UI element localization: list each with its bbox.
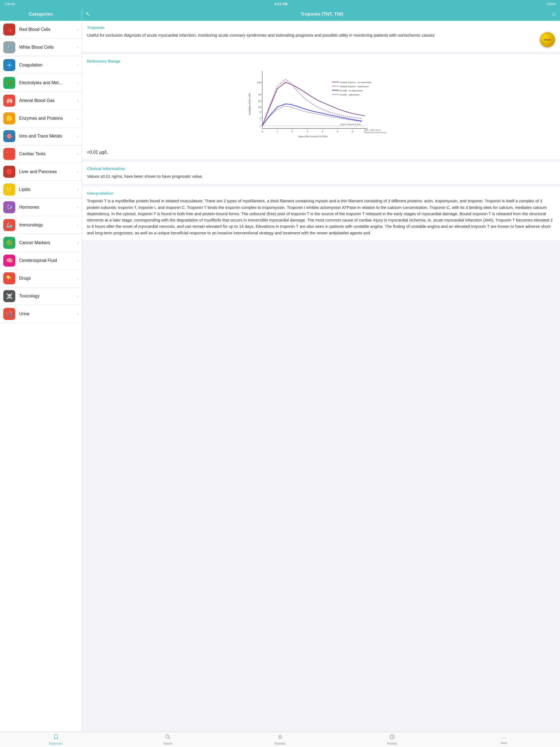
sidebar-label-cardiac-tests: Cardiac Tests [19, 152, 77, 156]
detail-content: Troponin Useful for exclusion diagnosis … [82, 21, 560, 732]
recents-icon [389, 734, 395, 740]
svg-text:50: 50 [258, 93, 261, 96]
sidebar-label-hormones: Hormones [19, 205, 77, 210]
tab-more[interactable]: ··· More [448, 732, 560, 747]
sidebar-label-toxicology: Toxicology [19, 294, 77, 299]
tab-bar: Bookmarks Search Favorites Recents ··· M… [0, 732, 560, 747]
reference-range-block: Reference Range 1 2 5 10 [82, 54, 560, 159]
svg-text:URL = 99th %ile of: URL = 99th %ile of [365, 129, 381, 131]
sidebar-item-white-blood-cells[interactable]: ⚙️ White Blood Cells › [0, 38, 82, 56]
sidebar-label-red-blood-cells: Red Blood Cells [19, 27, 77, 32]
chevron-icon-arterial-blood-gas: › [77, 98, 78, 103]
sidebar-icon-lipids: 💛 [3, 183, 15, 196]
sidebar-icon-enzymes-proteins: 🟡 [3, 112, 15, 124]
time-label: 4:31 PM [274, 2, 288, 6]
sidebar-item-toxicology[interactable]: ☠️ Toxicology › [0, 287, 82, 305]
sidebar-list: 🩸 Red Blood Cells › ⚙️ White Blood Cells… [0, 21, 82, 732]
sidebar-item-cardiac-tests[interactable]: ❤️ Cardiac Tests › [0, 145, 82, 163]
sidebar-item-enzymes-proteins[interactable]: 🟡 Enzymes and Proteins › [0, 110, 82, 127]
interpretation-title: Interpretation [87, 191, 555, 196]
back-button[interactable]: ↖ [85, 11, 90, 18]
sidebar-item-hormones[interactable]: 🔮 Hormones › [0, 199, 82, 216]
svg-text:3: 3 [307, 130, 308, 133]
clinical-info-text: Values ≥0.01 ng/mL have been shown to ha… [87, 173, 555, 179]
svg-text:2: 2 [259, 117, 261, 120]
svg-text:1: 1 [276, 130, 278, 133]
sidebar-icon-drugs: 💊 [3, 272, 15, 284]
tab-search[interactable]: Search [112, 732, 224, 747]
svg-text:4: 4 [322, 130, 323, 133]
clinical-info-title: Clinical Information [87, 166, 555, 171]
sidebar-label-white-blood-cells: White Blood Cells [19, 45, 77, 50]
sidebar-title: Categories [29, 11, 53, 17]
app-container: Categories 🩸 Red Blood Cells › ⚙️ White … [0, 8, 560, 732]
tab-icon-favorites [277, 734, 283, 741]
tab-label-recents: Recents [387, 742, 397, 745]
chevron-icon-lipids: › [77, 187, 78, 192]
sidebar-item-urine[interactable]: 🩺 Urine › [0, 305, 82, 323]
svg-text:Multiples of the URL: Multiples of the URL [248, 93, 251, 115]
svg-text:Cardiac troponin - reperfusion: Cardiac troponin - reperfusion [339, 85, 368, 88]
sidebar-label-liver-pancreas: Liver and Pancreas [19, 169, 77, 174]
svg-text:20: 20 [258, 100, 261, 103]
intro-section-title: Troponin [87, 25, 555, 30]
svg-text:100: 100 [257, 81, 261, 84]
chevron-icon-toxicology: › [77, 294, 78, 298]
battery-label: 100% [546, 2, 556, 6]
svg-text:1: 1 [259, 125, 261, 127]
sidebar-label-ions-trace-metals: Ions and Trace Metals [19, 134, 77, 138]
sidebar-icon-toxicology: ☠️ [3, 290, 15, 302]
svg-text:Reference Control Group: Reference Control Group [365, 131, 386, 134]
svg-text:CK-MB - reperfusion: CK-MB - reperfusion [339, 94, 360, 96]
chevron-icon-immunology: › [77, 223, 78, 227]
tab-bookmarks[interactable]: Bookmarks [0, 732, 112, 747]
sidebar-item-csf[interactable]: 🧠 Cerebrospinal Fluid › [0, 252, 82, 269]
sidebar-item-arterial-blood-gas[interactable]: 🫁 Arterial Blood Gas › [0, 92, 82, 110]
tab-label-search: Search [164, 742, 173, 745]
sidebar-icon-immunology: 🦾 [3, 219, 15, 231]
sidebar-item-red-blood-cells[interactable]: 🩸 Red Blood Cells › [0, 21, 82, 38]
svg-text:CK-MB - no reperfusion: CK-MB - no reperfusion [339, 89, 362, 92]
search-icon [165, 734, 171, 740]
chevron-icon-hormones: › [77, 205, 78, 209]
chevron-icon-csf: › [77, 258, 78, 263]
tab-label-bookmarks: Bookmarks [49, 742, 63, 745]
sidebar-item-drugs[interactable]: 💊 Drugs › [0, 269, 82, 287]
sidebar-item-coagulation[interactable]: 💠 Coagulation › [0, 56, 82, 74]
chevron-icon-red-blood-cells: › [77, 27, 78, 32]
sidebar-item-cancer-markers[interactable]: 🟢 Cancer Markers › [0, 234, 82, 252]
tab-recents[interactable]: Recents [336, 732, 448, 747]
status-bar: Carrier 4:31 PM 100% [0, 0, 560, 8]
svg-text:6: 6 [352, 130, 353, 133]
intro-text: Useful for exclusion diagnosis of acute … [87, 32, 536, 38]
sidebar-label-coagulation: Coagulation [19, 62, 77, 68]
sidebar-item-liver-pancreas[interactable]: 🔴 Liver and Pancreas › [0, 163, 82, 181]
sidebar-item-immunology[interactable]: 🦾 Immunology › [0, 216, 82, 234]
tab-favorites[interactable]: Favorites [224, 732, 336, 747]
sidebar-icon-cardiac-tests: ❤️ [3, 148, 15, 160]
reference-value: <0.01 µg/L [87, 150, 555, 155]
sidebar-item-ions-trace-metals[interactable]: 🎯 Ions and Trace Metals › [0, 127, 82, 145]
tab-icon-search [165, 734, 171, 741]
carrier-label: Carrier [4, 2, 15, 6]
interpretation-text: Troponin T is a myofibrillar protein fou… [87, 198, 555, 236]
sidebar-label-csf: Cerebrospinal Fluid [19, 258, 77, 263]
sidebar-label-electrolytes: Electrolytes and Met... [19, 80, 77, 85]
sidebar-item-electrolytes[interactable]: 🌿 Electrolytes and Met... › [0, 74, 82, 92]
favorites-icon [277, 734, 283, 740]
svg-text:2: 2 [291, 130, 293, 133]
chevron-icon-white-blood-cells: › [77, 45, 78, 50]
tab-icon-more: ··· [501, 735, 507, 741]
svg-text:Upper reference limit: Upper reference limit [340, 123, 361, 126]
sidebar-item-lipids[interactable]: 💛 Lipids › [0, 181, 82, 199]
tab-label-more: More [501, 742, 507, 745]
svg-line-49 [392, 737, 393, 738]
sidebar: Categories 🩸 Red Blood Cells › ⚙️ White … [0, 8, 82, 732]
favorite-button[interactable]: ☆ [551, 11, 557, 18]
detail-header: ↖ Troponin (TNT, TNI) ☆ [82, 8, 560, 21]
sidebar-icon-white-blood-cells: ⚙️ [3, 41, 15, 53]
interpretation-block: Interpretation Troponin T is a myofibril… [82, 186, 560, 240]
detail-pane: ↖ Troponin (TNT, TNI) ☆ Troponin Useful … [82, 8, 560, 732]
tab-icon-recents [389, 734, 395, 741]
sidebar-icon-red-blood-cells: 🩸 [3, 24, 15, 35]
